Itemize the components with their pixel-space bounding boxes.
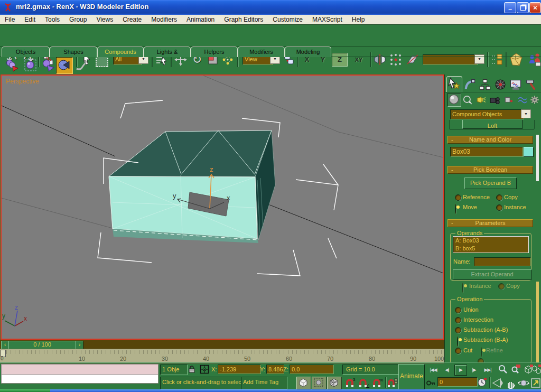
menu-maxscript[interactable]: MAXScript: [307, 15, 347, 24]
viewport-label[interactable]: Perspective: [6, 77, 39, 86]
tab-objects[interactable]: Objects: [2, 46, 50, 57]
pick-boolean-rollout-header[interactable]: - Pick Boolean: [447, 166, 533, 174]
zoom-extents-all-icon[interactable]: [531, 364, 541, 375]
menu-customize[interactable]: Customize: [268, 15, 307, 24]
arc-rotate-icon[interactable]: [518, 377, 529, 389]
radio-refine[interactable]: [481, 347, 482, 357]
zoom-region-icon[interactable]: [510, 364, 521, 375]
angle-snap-icon[interactable]: ∠: [358, 377, 370, 389]
operand-name-field[interactable]: [474, 257, 531, 266]
operand-item-b[interactable]: B: box5: [453, 245, 528, 253]
panel-scrollbar-upper[interactable]: [536, 135, 539, 181]
category-dropdown-arrow[interactable]: ▼: [521, 109, 531, 118]
selection-lock-icon[interactable]: [188, 365, 196, 374]
pan-hand-icon[interactable]: [505, 377, 517, 389]
category-shapes[interactable]: [461, 94, 474, 106]
radio-subtraction-ba-label[interactable]: Subtraction (B-A): [463, 337, 508, 343]
percent-snap-icon[interactable]: %: [372, 377, 384, 389]
radio-instance-label[interactable]: Instance: [504, 204, 526, 211]
tab-modeling[interactable]: Modeling: [285, 46, 331, 57]
close-button[interactable]: ×: [529, 2, 541, 13]
maxscript-listener-input[interactable]: [1, 374, 158, 384]
tab-utilities[interactable]: [524, 77, 538, 91]
operands-listbox[interactable]: A: Box03 B: box5: [453, 236, 529, 253]
tab-create[interactable]: [446, 76, 462, 92]
operand-item-a[interactable]: A: Box03: [453, 237, 528, 245]
add-time-tag-field[interactable]: Add Time Tag: [241, 377, 287, 389]
extract-operand-button[interactable]: Extract Operand: [453, 269, 531, 280]
radio-reference-label[interactable]: Reference: [463, 194, 490, 201]
object-category-dropdown[interactable]: Compound Objects: [450, 109, 524, 119]
radio-subtraction-ab[interactable]: [455, 327, 461, 333]
radio-intersection[interactable]: [455, 317, 461, 323]
radio-subtraction-ba[interactable]: [457, 337, 458, 347]
track-bar[interactable]: 0 10 20 30 40 50 60 70 80 90 100: [0, 349, 444, 363]
radio-move[interactable]: [455, 204, 456, 214]
menu-modifiers[interactable]: Modifiers: [146, 15, 182, 24]
menu-edit[interactable]: Edit: [20, 15, 40, 24]
tab-lights-cameras[interactable]: Lights & Cameras: [144, 46, 191, 57]
go-to-start-button[interactable]: |◀◀: [427, 365, 440, 375]
min-max-toggle-icon[interactable]: [530, 377, 541, 389]
degradation-override-button[interactable]: [296, 377, 311, 389]
menu-group[interactable]: Group: [64, 15, 91, 24]
tab-motion[interactable]: [493, 77, 508, 91]
radio-extract-instance[interactable]: [462, 283, 463, 293]
loft-button[interactable]: Loft: [462, 120, 523, 129]
start-button-sliver[interactable]: [0, 389, 50, 392]
radio-union-label[interactable]: Union: [463, 306, 479, 313]
menu-tools[interactable]: Tools: [40, 15, 64, 24]
radio-union[interactable]: [455, 307, 461, 313]
time-slider-handle[interactable]: 0 / 100: [8, 341, 76, 349]
box-object[interactable]: [109, 130, 275, 243]
set-key-icon[interactable]: [426, 378, 435, 388]
perspective-viewport[interactable]: z y x x y z: [1, 74, 444, 340]
scatter-icon[interactable]: [23, 58, 38, 73]
next-frame-button[interactable]: |▶: [469, 365, 479, 375]
time-slider-prev-button[interactable]: ‹: [1, 341, 9, 349]
animate-button[interactable]: Animate: [398, 364, 425, 389]
category-helpers[interactable]: [502, 94, 515, 106]
loft-icon[interactable]: [74, 59, 88, 72]
category-cameras[interactable]: [489, 94, 501, 106]
absolute-mode-icon[interactable]: [200, 365, 209, 374]
maxscript-listener-macro[interactable]: [1, 364, 158, 375]
radio-extract-copy[interactable]: [498, 283, 505, 290]
menu-views[interactable]: Views: [91, 15, 118, 24]
menu-file[interactable]: File: [0, 15, 20, 24]
radio-instance[interactable]: [496, 204, 502, 211]
category-geometry[interactable]: [447, 93, 461, 107]
play-button[interactable]: ▶: [454, 365, 467, 376]
conform-icon[interactable]: [41, 59, 55, 72]
name-color-rollout-header[interactable]: - Name and Color: [447, 136, 533, 144]
pick-operand-b-button[interactable]: Pick Operand B: [464, 178, 517, 189]
field-of-view-icon[interactable]: [492, 377, 503, 389]
menu-create[interactable]: Create: [118, 15, 146, 24]
zoom-icon[interactable]: [498, 364, 508, 375]
y-coord-field[interactable]: 8.486: [266, 365, 284, 374]
radio-extract-instance-label[interactable]: Instance: [469, 283, 491, 290]
object-color-swatch[interactable]: [524, 147, 534, 157]
tab-helpers[interactable]: Helpers: [191, 46, 238, 57]
tab-display[interactable]: [508, 77, 523, 91]
category-spacewarps[interactable]: [516, 94, 529, 106]
tab-modifiers[interactable]: Modifiers: [238, 46, 285, 57]
menu-graph-editors[interactable]: Graph Editors: [219, 15, 268, 24]
snap-3d-icon[interactable]: 3: [344, 377, 356, 389]
radio-reference[interactable]: [455, 194, 461, 201]
category-systems[interactable]: [528, 94, 541, 106]
panel-scrollbar-thumb[interactable]: [536, 282, 539, 362]
restore-button[interactable]: [517, 2, 529, 13]
minimize-button[interactable]: –: [504, 2, 516, 13]
radio-cut[interactable]: [455, 348, 461, 354]
spinner-snap-icon[interactable]: [387, 377, 398, 389]
radio-cut-label[interactable]: Cut: [463, 347, 472, 354]
tab-shapes[interactable]: Shapes: [50, 46, 97, 57]
tab-hierarchy[interactable]: [478, 77, 492, 91]
object-name-field[interactable]: Box03: [450, 147, 523, 157]
parameters-rollout-header[interactable]: - Parameters: [447, 219, 533, 227]
time-slider-next-button[interactable]: ›: [76, 341, 83, 349]
tab-compounds[interactable]: Compounds: [97, 46, 144, 57]
previous-frame-button[interactable]: ◀|: [442, 365, 452, 375]
x-coord-field[interactable]: -1.239: [218, 365, 261, 374]
